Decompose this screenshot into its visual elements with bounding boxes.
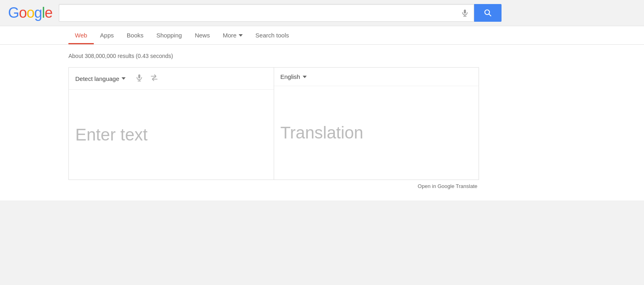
logo-letter-e: e — [45, 4, 52, 21]
main-content: About 308,000,000 results (0.43 seconds)… — [0, 45, 644, 200]
swap-languages-button[interactable] — [150, 73, 159, 84]
search-box-wrapper: translate — [59, 4, 474, 22]
nav-item-web[interactable]: Web — [68, 26, 94, 44]
svg-rect-5 — [138, 74, 140, 78]
source-panel: Detect language — [69, 68, 274, 180]
logo-letter-o1: o — [19, 4, 27, 21]
nav-bar: Web Apps Books Shopping News More Search… — [0, 26, 644, 45]
open-translate-link[interactable]: Open in Google Translate — [418, 183, 477, 189]
microphone-button[interactable] — [461, 9, 469, 17]
target-lang-chevron-icon — [303, 76, 307, 78]
svg-rect-0 — [464, 10, 466, 14]
source-panel-body[interactable]: Enter text — [69, 90, 274, 180]
logo-letter-g: G — [8, 4, 19, 21]
nav-item-apps[interactable]: Apps — [94, 26, 120, 44]
target-lang-label: English — [281, 73, 300, 80]
target-lang-selector[interactable]: English — [281, 73, 307, 80]
translate-widget: Detect language — [68, 67, 479, 180]
open-translate-link-container: Open in Google Translate — [68, 180, 479, 192]
search-form: translate — [59, 4, 502, 22]
logo-letter-g2: g — [34, 4, 42, 21]
source-lang-chevron-icon — [122, 77, 126, 80]
header: Google translate — [0, 0, 644, 26]
svg-line-4 — [489, 14, 491, 16]
google-logo[interactable]: Google — [8, 4, 52, 21]
source-lang-selector[interactable]: Detect language — [75, 75, 126, 82]
source-placeholder-text: Enter text — [75, 125, 148, 145]
more-chevron-icon — [239, 34, 243, 37]
target-panel-body: Translation — [274, 86, 479, 180]
results-info: About 308,000,000 results (0.43 seconds) — [68, 53, 576, 59]
logo-letter-o2: o — [27, 4, 34, 21]
nav-item-more[interactable]: More — [216, 26, 249, 44]
source-lang-label: Detect language — [75, 75, 119, 82]
nav-item-search-tools[interactable]: Search tools — [249, 26, 295, 44]
target-panel: English Translation — [274, 68, 479, 180]
source-panel-header: Detect language — [69, 68, 274, 90]
nav-item-news[interactable]: News — [188, 26, 217, 44]
target-placeholder-text: Translation — [281, 123, 363, 142]
nav-item-shopping[interactable]: Shopping — [150, 26, 188, 44]
search-input[interactable]: translate — [64, 9, 458, 17]
target-panel-header: English — [274, 68, 479, 86]
logo-text: Google — [8, 4, 52, 21]
nav-item-books[interactable]: Books — [120, 26, 150, 44]
mic-icon-source[interactable] — [135, 74, 143, 83]
search-button[interactable] — [474, 4, 502, 22]
